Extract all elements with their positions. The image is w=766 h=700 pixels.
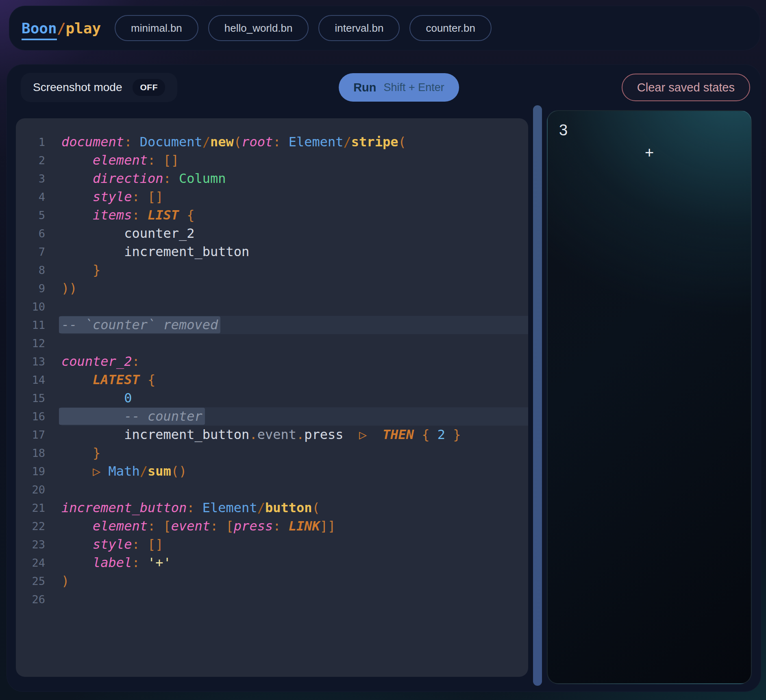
code-line[interactable]: 24 label: '+'	[16, 554, 528, 572]
code-line[interactable]: 25)	[16, 572, 528, 590]
line-number: 15	[16, 389, 45, 407]
file-tab-interval.bn[interactable]: interval.bn	[318, 15, 400, 41]
code-line[interactable]: 21increment_button: Element/button(	[16, 499, 528, 517]
screenshot-mode-toggle[interactable]: Screenshot mode OFF	[21, 73, 177, 102]
logo-separator: /	[57, 20, 66, 37]
panel-resizer-handle[interactable]	[533, 105, 542, 686]
line-number: 16	[16, 407, 45, 426]
code-text: ▷ Math/sum()	[61, 462, 528, 480]
line-number: 22	[16, 517, 45, 535]
diff-highlight: -- counter	[59, 408, 205, 425]
file-tab-minimal.bn[interactable]: minimal.bn	[115, 15, 198, 41]
code-line[interactable]: 3 direction: Column	[16, 170, 528, 188]
code-text	[61, 298, 528, 316]
code-line[interactable]: 18 }	[16, 444, 528, 462]
code-text: )	[61, 572, 528, 590]
output-preview-panel: 3 +	[547, 110, 752, 684]
code-line[interactable]: 2 element: []	[16, 151, 528, 170]
code-text: increment_button: Element/button(	[61, 499, 528, 517]
file-tab-hello_world.bn[interactable]: hello_world.bn	[208, 15, 309, 41]
code-line[interactable]: 12	[16, 334, 528, 352]
code-text	[61, 590, 528, 609]
code-line[interactable]: 16 -- counter	[16, 407, 528, 426]
line-number: 10	[16, 298, 45, 316]
code-line[interactable]: 17 increment_button.event.press ▷ THEN {…	[16, 426, 528, 444]
increment-button[interactable]: +	[645, 145, 654, 160]
code-line[interactable]: 23 style: []	[16, 535, 528, 554]
line-number: 25	[16, 572, 45, 590]
code-line[interactable]: 1document: Document/new(root: Element/st…	[16, 133, 528, 151]
screenshot-mode-label: Screenshot mode	[33, 81, 122, 94]
code-line[interactable]: 9))	[16, 279, 528, 298]
code-line[interactable]: 7 increment_button	[16, 243, 528, 261]
code-editor[interactable]: 1document: Document/new(root: Element/st…	[16, 118, 528, 677]
code-text: style: []	[61, 535, 528, 554]
line-number: 4	[16, 188, 45, 206]
brand-link[interactable]: Boon	[22, 20, 57, 40]
toolbar: Screenshot mode OFF Run Shift + Enter Cl…	[16, 73, 752, 102]
line-number: 1	[16, 133, 45, 151]
code-line[interactable]: 6 counter_2	[16, 224, 528, 243]
line-number: 6	[16, 224, 45, 243]
code-text: -- counter	[61, 407, 528, 426]
line-number: 2	[16, 151, 45, 170]
line-number: 18	[16, 444, 45, 462]
line-number: 11	[16, 316, 45, 334]
line-number: 8	[16, 261, 45, 279]
code-text	[61, 480, 528, 499]
run-shortcut: Shift + Enter	[384, 81, 444, 94]
code-lines: 1document: Document/new(root: Element/st…	[16, 133, 528, 609]
line-number: 14	[16, 371, 45, 389]
code-text: }	[61, 444, 528, 462]
code-line[interactable]: 14 LATEST {	[16, 371, 528, 389]
code-line[interactable]: 20	[16, 480, 528, 499]
line-number: 24	[16, 554, 45, 572]
logo-app-name: play	[65, 20, 101, 37]
line-number: 20	[16, 480, 45, 499]
code-line[interactable]: 22 element: [event: [press: LINK]]	[16, 517, 528, 535]
code-text: element: []	[61, 151, 528, 170]
code-text: increment_button.event.press ▷ THEN { 2 …	[61, 426, 528, 444]
code-text: element: [event: [press: LINK]]	[61, 517, 528, 535]
line-number: 13	[16, 352, 45, 371]
line-number: 9	[16, 279, 45, 298]
line-number: 5	[16, 206, 45, 224]
code-text: items: LIST {	[61, 206, 528, 224]
code-line[interactable]: 15 0	[16, 389, 528, 407]
file-tabs: minimal.bnhello_world.bninterval.bncount…	[115, 15, 492, 41]
line-number: 17	[16, 426, 45, 444]
line-number: 7	[16, 243, 45, 261]
line-number: 19	[16, 462, 45, 480]
screenshot-mode-state-badge: OFF	[133, 79, 165, 96]
file-tab-counter.bn[interactable]: counter.bn	[409, 15, 491, 41]
code-text: ))	[61, 279, 528, 298]
code-text: -- `counter` removed	[61, 316, 528, 334]
line-number: 12	[16, 334, 45, 352]
code-text: style: []	[61, 188, 528, 206]
line-number: 23	[16, 535, 45, 554]
content-row: 1document: Document/new(root: Element/st…	[16, 105, 752, 686]
code-line[interactable]: 26	[16, 590, 528, 609]
workspace-panel: Screenshot mode OFF Run Shift + Enter Cl…	[7, 64, 761, 692]
line-number: 26	[16, 590, 45, 609]
clear-saved-states-button[interactable]: Clear saved states	[622, 74, 750, 101]
run-label: Run	[353, 81, 376, 94]
counter-value: 3	[559, 122, 740, 139]
code-line[interactable]: 19 ▷ Math/sum()	[16, 462, 528, 480]
code-text: document: Document/new(root: Element/str…	[61, 133, 528, 151]
code-line[interactable]: 13counter_2:	[16, 352, 528, 371]
code-text: 0	[61, 389, 528, 407]
code-line[interactable]: 8 }	[16, 261, 528, 279]
code-line[interactable]: 11-- `counter` removed	[16, 316, 528, 334]
code-text: }	[61, 261, 528, 279]
line-number: 3	[16, 170, 45, 188]
code-text: LATEST {	[61, 371, 528, 389]
code-text: counter_2:	[61, 352, 528, 371]
run-button[interactable]: Run Shift + Enter	[339, 73, 459, 102]
code-line[interactable]: 10	[16, 298, 528, 316]
code-line[interactable]: 4 style: []	[16, 188, 528, 206]
diff-highlight: -- `counter` removed	[59, 316, 220, 333]
code-text: counter_2	[61, 224, 528, 243]
code-line[interactable]: 5 items: LIST {	[16, 206, 528, 224]
app-logo: Boon/play	[22, 20, 101, 37]
